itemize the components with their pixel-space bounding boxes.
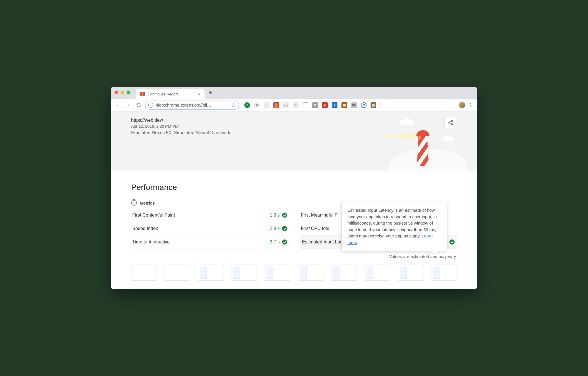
metric-name: First Meaningful P [301,213,338,218]
extension-icon[interactable]: ⋯ [264,102,269,108]
metric-name: Time to Interactive [132,239,170,245]
reload-button[interactable] [135,101,143,109]
metric-tooltip: Estimated Input Latency is an estimate o… [341,202,447,251]
metric-row[interactable]: Speed Index 2.8 s [131,222,288,235]
maximize-window-button[interactable] [127,91,130,94]
filmstrip-frame[interactable] [231,265,257,281]
metric-name: Speed Index [132,226,158,231]
share-button[interactable] [444,117,457,128]
filmstrip-frame[interactable] [398,265,423,281]
filmstrip-frame[interactable] [165,265,190,281]
extension-icon[interactable]: B [312,102,318,108]
extension-icon[interactable]: ◎ [322,102,328,108]
extension-icon[interactable]: ▥ [371,102,376,108]
values-disclaimer: Values are estimated and may vary. [131,254,457,259]
filmstrip-frame[interactable] [265,265,290,281]
metric-name: First Contentful Paint [132,213,175,218]
extension-icon[interactable]: CRX [351,102,357,108]
tab-title: Lighthouse Report [147,92,178,96]
extension-icons: ✓ ⚙ ⋯ { } ✦ B ◎ ▼ ▦ CRX ✲ ▥ [244,102,376,108]
extension-icon[interactable]: ▦ [341,102,347,108]
browser-tab[interactable]: Lighthouse Report × [136,89,205,99]
new-tab-button[interactable]: + [205,89,216,97]
window-controls [115,91,136,95]
report-header: https://web.dev/ Apr 12, 2019, 2:20 PM P… [111,111,477,171]
profile-avatar[interactable] [459,102,465,108]
filmstrip-frame[interactable] [131,265,157,281]
cloud-decoration [443,137,454,141]
back-button[interactable] [114,101,122,109]
pass-check-icon [449,239,455,245]
pass-check-icon [282,226,287,231]
filmstrip-frame[interactable] [365,265,390,281]
share-icon [448,120,453,125]
close-tab-button[interactable]: × [198,92,201,97]
pass-check-icon [282,239,287,245]
extension-icon[interactable] [303,102,308,108]
metric-row[interactable]: First Contentful Paint 1.9 s [131,209,288,222]
filmstrip-frame[interactable] [298,265,323,281]
filmstrip [131,265,457,281]
chrome-menu-button[interactable] [467,103,474,107]
audited-url-link[interactable]: https://web.dev/ [131,118,163,123]
close-window-button[interactable] [115,91,118,94]
extension-icon[interactable]: ✲ [361,102,367,108]
extension-icon[interactable]: ✦ [293,102,299,108]
filmstrip-frame[interactable] [331,265,357,281]
section-title: Performance [131,183,457,192]
metrics-label: Metrics [140,201,155,205]
browser-toolbar: i blob:chrome-extension://bli… ☆ ✓ ⚙ ⋯ {… [111,99,477,111]
metric-row[interactable]: Time to Interactive 3.7 s [131,235,288,249]
report-body: Performance Metrics First Contentful Pai… [111,171,477,289]
forward-button[interactable] [124,101,132,109]
filmstrip-frame[interactable] [198,265,223,281]
titlebar: Lighthouse Report × + [111,87,477,99]
metric-value: 3.7 s [270,239,280,245]
toolbar-divider [380,102,381,108]
extension-icon[interactable]: { } [283,102,289,108]
browser-window: Lighthouse Report × + i blob:chrome-exte… [111,87,477,289]
address-bar[interactable]: i blob:chrome-extension://bli… ☆ [145,101,239,110]
extension-icon[interactable]: ⚙ [254,102,260,108]
stopwatch-icon [131,200,137,206]
site-info-icon[interactable]: i [148,103,153,108]
metric-name: First CPU Idle [301,226,329,231]
extension-icon[interactable] [273,102,279,108]
extension-icon[interactable]: ✓ [244,102,250,108]
filmstrip-frame[interactable] [431,265,457,281]
metric-value: 2.8 s [270,226,280,231]
url-text: blob:chrome-extension://bli… [156,103,211,107]
extension-icon[interactable]: ▼ [332,102,337,108]
bookmark-star-icon[interactable]: ☆ [231,102,236,108]
metric-value: 1.9 s [270,213,280,218]
lighthouse-illustration [400,120,443,171]
pass-check-icon [282,213,287,218]
minimize-window-button[interactable] [121,91,124,94]
lighthouse-favicon [140,92,145,96]
metrics-grid: First Contentful Paint 1.9 s Speed Index… [131,209,457,249]
